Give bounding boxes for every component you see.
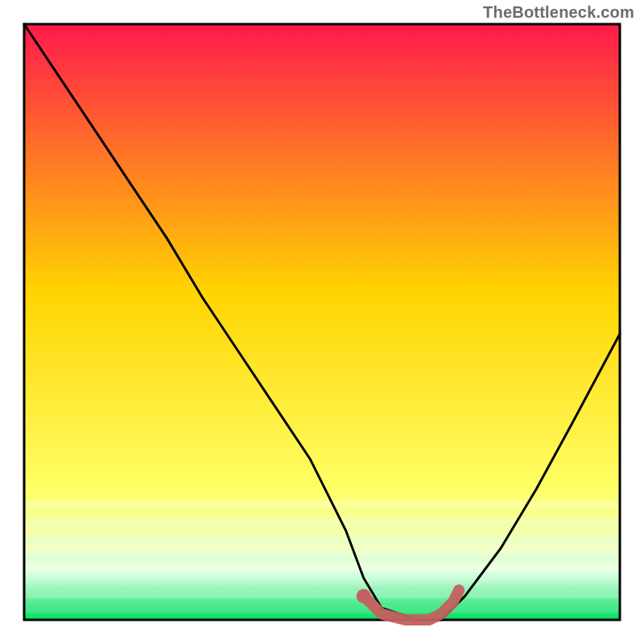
svg-rect-6 xyxy=(24,605,620,613)
svg-rect-2 xyxy=(24,536,620,544)
svg-rect-0 xyxy=(24,501,620,509)
svg-rect-4 xyxy=(24,572,620,580)
svg-rect-1 xyxy=(24,518,620,526)
svg-rect-5 xyxy=(24,590,620,598)
optimal-point-marker xyxy=(357,588,371,603)
chart-svg xyxy=(0,0,644,644)
svg-rect-3 xyxy=(24,555,620,563)
bottleneck-chart: TheBottleneck.com xyxy=(0,0,644,644)
plot-background xyxy=(24,24,620,620)
